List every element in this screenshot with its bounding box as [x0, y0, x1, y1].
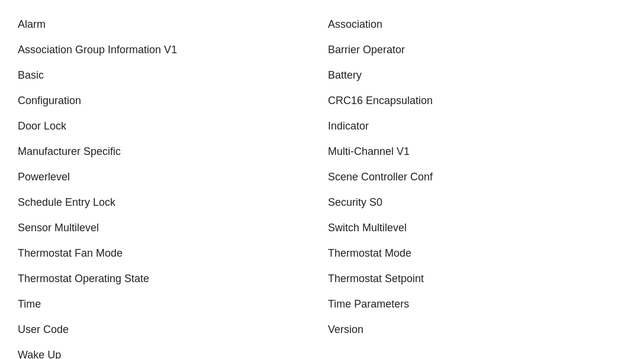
right-column: AssociationBarrier OperatorBatteryCRC16 … [322, 12, 632, 359]
list-item: CRC16 Encapsulation [322, 88, 632, 114]
list-item: Association Group Information V1 [12, 37, 322, 63]
list-item: Thermostat Setpoint [322, 266, 632, 292]
list-item: Time Parameters [322, 292, 632, 317]
list-item: Thermostat Fan Mode [12, 241, 322, 266]
left-column: AlarmAssociation Group Information V1Bas… [12, 12, 322, 359]
list-item: Battery [322, 63, 632, 88]
list-item: Manufacturer Specific [12, 139, 322, 164]
list-item: Version [322, 317, 632, 342]
list-item: Switch Multilevel [322, 215, 632, 241]
list-item: Time [12, 292, 322, 317]
list-item: Barrier Operator [322, 37, 632, 63]
list-item: Association [322, 12, 632, 37]
command-class-list: AlarmAssociation Group Information V1Bas… [0, 0, 644, 359]
list-item: Sensor Multilevel [12, 215, 322, 241]
list-item: Schedule Entry Lock [12, 190, 322, 215]
list-item: Powerlevel [12, 164, 322, 190]
list-item: Alarm [12, 12, 322, 37]
list-item: Indicator [322, 114, 632, 139]
list-item: Security S0 [322, 190, 632, 215]
list-item: Wake Up [12, 342, 322, 359]
list-item: Thermostat Operating State [12, 266, 322, 292]
list-item: Scene Controller Conf [322, 164, 632, 190]
list-item: Basic [12, 63, 322, 88]
list-item: Door Lock [12, 114, 322, 139]
list-item: Multi-Channel V1 [322, 139, 632, 164]
list-item: User Code [12, 317, 322, 342]
list-item: Configuration [12, 88, 322, 114]
list-item: Thermostat Mode [322, 241, 632, 266]
